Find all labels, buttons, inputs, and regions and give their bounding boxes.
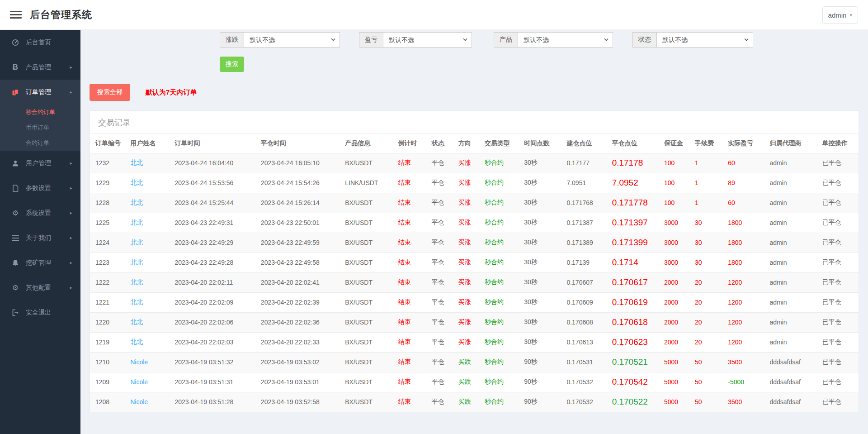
cell-close-price: 0.170619: [610, 292, 662, 312]
cell-trade-type: 秒合约: [483, 392, 522, 412]
cell-agent: dddsafdsaf: [768, 372, 820, 392]
table-row: 1209Nicole2023-04-19 03:51:312023-04-19 …: [90, 372, 859, 392]
cell-status: 平仓: [430, 312, 457, 332]
sidebar-item-2[interactable]: Ƀ产品管理▸: [0, 55, 80, 80]
status-label: 状态: [632, 32, 657, 48]
cell-action: 已平仓: [821, 213, 859, 233]
user-link[interactable]: 北北: [130, 298, 143, 305]
cell-user-name: 北北: [128, 213, 173, 233]
cell-status: 平仓: [430, 233, 457, 253]
search-all-row: 搜索全部 默认为7天内订单: [90, 84, 859, 101]
product-select[interactable]: 默认不选: [518, 32, 613, 48]
cell-open-time: 2023-04-24 15:53:56: [173, 173, 259, 193]
hamburger-menu-icon[interactable]: [10, 9, 22, 20]
user-link[interactable]: 北北: [130, 159, 143, 166]
cell-user-name: Nicole: [128, 372, 173, 392]
sidebar-item-label: 其他配置: [26, 284, 51, 292]
user-link[interactable]: 北北: [130, 179, 143, 186]
sidebar-item-3[interactable]: 订单管理▸: [0, 80, 80, 105]
cell-order-id: 1229: [90, 173, 128, 193]
cell-duration: 30秒: [522, 272, 565, 292]
cell-status: 平仓: [430, 292, 457, 312]
cell-margin: 3000: [662, 253, 693, 272]
status-filter: 状态 默认不选: [632, 32, 753, 48]
user-link[interactable]: 北北: [130, 199, 143, 206]
user-link[interactable]: 北北: [130, 338, 143, 345]
cell-action: 已平仓: [821, 153, 859, 173]
cell-margin: 3000: [662, 213, 693, 233]
sidebar: 后台首页Ƀ产品管理▸订单管理▸秒合约订单币币订单合约订单用户管理▸参数设置▸⚙系…: [0, 30, 80, 434]
user-link[interactable]: Nicole: [130, 358, 148, 366]
cell-order-id: 1210: [90, 352, 128, 372]
cell-order-id: 1232: [90, 153, 128, 173]
column-header: 方向: [457, 134, 483, 153]
user-link[interactable]: Nicole: [130, 398, 148, 405]
cell-pnl: 3500: [726, 392, 768, 412]
cell-product: BX/USDT: [343, 253, 396, 272]
cell-countdown: 结束: [396, 392, 430, 412]
cell-agent: admin: [768, 173, 820, 193]
cell-close-time: 2023-04-20 22:02:41: [259, 272, 343, 292]
search-button[interactable]: 搜索: [220, 57, 244, 72]
user-link[interactable]: 北北: [130, 278, 143, 286]
updown-select[interactable]: 默认不选: [244, 32, 340, 48]
user-link[interactable]: 北北: [130, 219, 143, 226]
cell-trade-type: 秒合约: [483, 292, 522, 312]
cell-margin: 2000: [662, 272, 693, 292]
user-link[interactable]: 北北: [130, 318, 143, 325]
sidebar-item-5[interactable]: 参数设置▸: [0, 176, 80, 200]
sidebar-item-10[interactable]: 安全退出: [0, 300, 80, 325]
cell-margin: 2000: [662, 312, 693, 332]
chevron-right-icon: ▸: [70, 285, 72, 291]
cell-action: 已平仓: [821, 193, 859, 213]
sidebar-item-8[interactable]: 挖矿管理▸: [0, 250, 80, 275]
cell-trade-type: 秒合约: [483, 312, 522, 332]
cell-close-price: 0.170521: [610, 352, 662, 372]
sidebar-item-1[interactable]: 后台首页: [0, 30, 80, 55]
sidebar-subitem[interactable]: 合约订单: [0, 135, 80, 151]
sidebar-item-7[interactable]: 关于我们▸: [0, 225, 80, 250]
user-dropdown-label: admin: [828, 11, 847, 19]
cell-countdown: 结束: [396, 352, 430, 372]
cell-close-price: 0.170542: [610, 372, 662, 392]
cell-close-price: 0.171778: [610, 193, 662, 213]
chevron-right-icon: ▸: [70, 235, 72, 241]
user-link[interactable]: Nicole: [130, 378, 148, 386]
cell-direction: 买涨: [457, 213, 483, 233]
sidebar-item-6[interactable]: ⚙系统设置▸: [0, 200, 80, 225]
status-select[interactable]: 默认不选: [657, 32, 753, 48]
column-header: 手续费: [693, 134, 726, 153]
cell-action: 已平仓: [821, 233, 859, 253]
sidebar-subitem[interactable]: 秒合约订单: [0, 105, 80, 120]
column-header: 归属代理商: [768, 134, 820, 153]
cell-close-time: 2023-04-19 03:52:58: [259, 392, 343, 412]
cell-user-name: Nicole: [128, 352, 173, 372]
profit-select[interactable]: 默认不选: [383, 32, 472, 48]
cell-action: 已平仓: [821, 352, 859, 372]
search-all-button[interactable]: 搜索全部: [90, 84, 130, 101]
column-header: 平仓时间: [259, 134, 343, 153]
cell-close-time: 2023-04-20 22:02:36: [259, 312, 343, 332]
sidebar-item-label: 安全退出: [26, 309, 51, 317]
user-dropdown[interactable]: admin ▾: [822, 6, 858, 24]
cell-close-time: 2023-04-23 22:49:58: [259, 253, 343, 272]
cell-open-price: 0.171387: [565, 213, 610, 233]
sidebar-item-9[interactable]: ⚙其他配置▸: [0, 275, 80, 300]
column-header: 时间点数: [522, 134, 565, 153]
user-link[interactable]: 北北: [130, 258, 143, 266]
cell-countdown: 结束: [396, 292, 430, 312]
filter-row-3: 搜索: [90, 57, 859, 72]
sidebar-item-4[interactable]: 用户管理▸: [0, 151, 80, 176]
cell-fee: 20: [693, 292, 726, 312]
cell-order-id: 1220: [90, 312, 128, 332]
cell-open-price: 0.170607: [565, 272, 610, 292]
cell-close-price: 0.171399: [610, 233, 662, 253]
sidebar-subitem[interactable]: 币币订单: [0, 120, 80, 135]
cell-fee: 30: [693, 253, 726, 272]
cell-fee: 50: [693, 392, 726, 412]
user-link[interactable]: 北北: [130, 238, 143, 246]
cell-agent: admin: [768, 332, 820, 352]
cell-agent: dddsafdsaf: [768, 392, 820, 412]
sidebar-group-orders: 订单管理▸秒合约订单币币订单合约订单: [0, 80, 80, 151]
cell-action: 已平仓: [821, 253, 859, 272]
